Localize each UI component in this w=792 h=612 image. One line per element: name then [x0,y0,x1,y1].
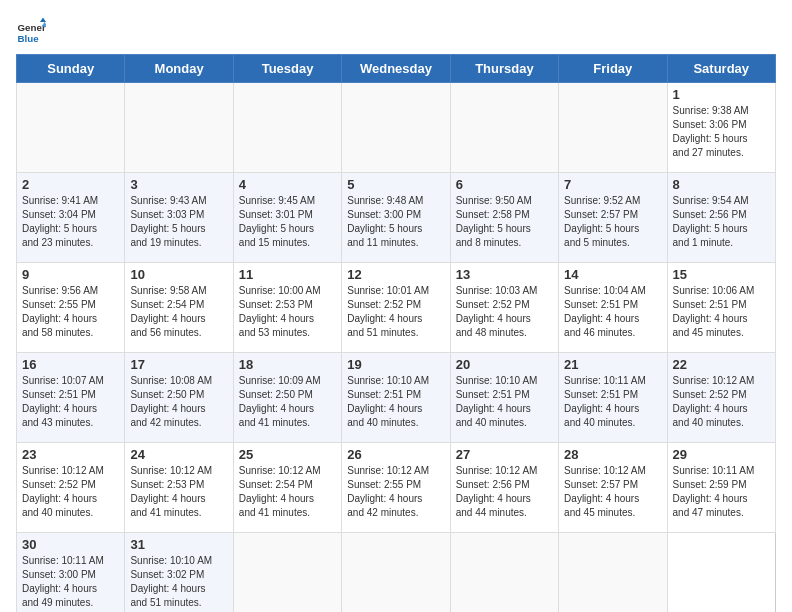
day-number: 8 [673,177,770,192]
day-info: Sunrise: 10:07 AM Sunset: 2:51 PM Daylig… [22,374,119,430]
day-info: Sunrise: 9:43 AM Sunset: 3:03 PM Dayligh… [130,194,227,250]
day-cell-20: 20Sunrise: 10:10 AM Sunset: 2:51 PM Dayl… [450,353,558,443]
day-cell-17: 17Sunrise: 10:08 AM Sunset: 2:50 PM Dayl… [125,353,233,443]
logo-icon: General Blue [16,16,46,46]
day-info: Sunrise: 10:03 AM Sunset: 2:52 PM Daylig… [456,284,553,340]
day-cell-14: 14Sunrise: 10:04 AM Sunset: 2:51 PM Dayl… [559,263,667,353]
day-number: 5 [347,177,444,192]
weekday-header-sunday: Sunday [17,55,125,83]
svg-text:Blue: Blue [18,33,40,44]
header: General Blue [16,16,776,46]
logo: General Blue [16,16,50,46]
day-number: 14 [564,267,661,282]
day-number: 30 [22,537,119,552]
day-cell-28: 28Sunrise: 10:12 AM Sunset: 2:57 PM Dayl… [559,443,667,533]
day-cell-23: 23Sunrise: 10:12 AM Sunset: 2:52 PM Dayl… [17,443,125,533]
day-cell-1: 1Sunrise: 9:38 AM Sunset: 3:06 PM Daylig… [667,83,775,173]
calendar-body: 1Sunrise: 9:38 AM Sunset: 3:06 PM Daylig… [17,83,776,613]
day-info: Sunrise: 10:10 AM Sunset: 3:02 PM Daylig… [130,554,227,610]
day-cell-26: 26Sunrise: 10:12 AM Sunset: 2:55 PM Dayl… [342,443,450,533]
empty-cell [17,83,125,173]
day-cell-19: 19Sunrise: 10:10 AM Sunset: 2:51 PM Dayl… [342,353,450,443]
day-info: Sunrise: 9:56 AM Sunset: 2:55 PM Dayligh… [22,284,119,340]
day-cell-30: 30Sunrise: 10:11 AM Sunset: 3:00 PM Dayl… [17,533,125,613]
day-number: 17 [130,357,227,372]
day-info: Sunrise: 10:09 AM Sunset: 2:50 PM Daylig… [239,374,336,430]
day-cell-4: 4Sunrise: 9:45 AM Sunset: 3:01 PM Daylig… [233,173,341,263]
day-number: 18 [239,357,336,372]
day-info: Sunrise: 10:04 AM Sunset: 2:51 PM Daylig… [564,284,661,340]
day-number: 6 [456,177,553,192]
day-info: Sunrise: 10:12 AM Sunset: 2:55 PM Daylig… [347,464,444,520]
day-number: 19 [347,357,444,372]
calendar-row-0: 1Sunrise: 9:38 AM Sunset: 3:06 PM Daylig… [17,83,776,173]
day-cell-18: 18Sunrise: 10:09 AM Sunset: 2:50 PM Dayl… [233,353,341,443]
day-number: 22 [673,357,770,372]
weekday-header-monday: Monday [125,55,233,83]
svg-text:General: General [18,22,47,33]
day-info: Sunrise: 10:11 AM Sunset: 2:51 PM Daylig… [564,374,661,430]
empty-cell [559,83,667,173]
day-cell-11: 11Sunrise: 10:00 AM Sunset: 2:53 PM Dayl… [233,263,341,353]
day-info: Sunrise: 9:38 AM Sunset: 3:06 PM Dayligh… [673,104,770,160]
day-number: 2 [22,177,119,192]
day-number: 31 [130,537,227,552]
day-cell-6: 6Sunrise: 9:50 AM Sunset: 2:58 PM Daylig… [450,173,558,263]
day-info: Sunrise: 9:58 AM Sunset: 2:54 PM Dayligh… [130,284,227,340]
day-info: Sunrise: 9:54 AM Sunset: 2:56 PM Dayligh… [673,194,770,250]
day-info: Sunrise: 9:50 AM Sunset: 2:58 PM Dayligh… [456,194,553,250]
day-cell-7: 7Sunrise: 9:52 AM Sunset: 2:57 PM Daylig… [559,173,667,263]
day-cell-12: 12Sunrise: 10:01 AM Sunset: 2:52 PM Dayl… [342,263,450,353]
day-cell-21: 21Sunrise: 10:11 AM Sunset: 2:51 PM Dayl… [559,353,667,443]
day-info: Sunrise: 10:11 AM Sunset: 2:59 PM Daylig… [673,464,770,520]
day-info: Sunrise: 10:11 AM Sunset: 3:00 PM Daylig… [22,554,119,610]
svg-marker-2 [40,18,46,23]
day-number: 21 [564,357,661,372]
calendar-table: SundayMondayTuesdayWednesdayThursdayFrid… [16,54,776,612]
day-info: Sunrise: 10:12 AM Sunset: 2:52 PM Daylig… [673,374,770,430]
empty-cell [233,533,341,613]
day-cell-29: 29Sunrise: 10:11 AM Sunset: 2:59 PM Dayl… [667,443,775,533]
day-cell-15: 15Sunrise: 10:06 AM Sunset: 2:51 PM Dayl… [667,263,775,353]
day-cell-3: 3Sunrise: 9:43 AM Sunset: 3:03 PM Daylig… [125,173,233,263]
day-info: Sunrise: 10:12 AM Sunset: 2:56 PM Daylig… [456,464,553,520]
day-cell-10: 10Sunrise: 9:58 AM Sunset: 2:54 PM Dayli… [125,263,233,353]
day-cell-22: 22Sunrise: 10:12 AM Sunset: 2:52 PM Dayl… [667,353,775,443]
empty-cell [342,533,450,613]
day-number: 20 [456,357,553,372]
day-cell-31: 31Sunrise: 10:10 AM Sunset: 3:02 PM Dayl… [125,533,233,613]
day-number: 26 [347,447,444,462]
day-cell-27: 27Sunrise: 10:12 AM Sunset: 2:56 PM Dayl… [450,443,558,533]
calendar-row-1: 2Sunrise: 9:41 AM Sunset: 3:04 PM Daylig… [17,173,776,263]
day-number: 11 [239,267,336,282]
calendar-row-2: 9Sunrise: 9:56 AM Sunset: 2:55 PM Daylig… [17,263,776,353]
calendar-row-3: 16Sunrise: 10:07 AM Sunset: 2:51 PM Dayl… [17,353,776,443]
day-info: Sunrise: 10:00 AM Sunset: 2:53 PM Daylig… [239,284,336,340]
day-cell-9: 9Sunrise: 9:56 AM Sunset: 2:55 PM Daylig… [17,263,125,353]
calendar-row-5: 30Sunrise: 10:11 AM Sunset: 3:00 PM Dayl… [17,533,776,613]
day-number: 9 [22,267,119,282]
day-info: Sunrise: 9:52 AM Sunset: 2:57 PM Dayligh… [564,194,661,250]
day-info: Sunrise: 10:10 AM Sunset: 2:51 PM Daylig… [347,374,444,430]
day-info: Sunrise: 10:01 AM Sunset: 2:52 PM Daylig… [347,284,444,340]
day-info: Sunrise: 10:10 AM Sunset: 2:51 PM Daylig… [456,374,553,430]
day-info: Sunrise: 10:12 AM Sunset: 2:57 PM Daylig… [564,464,661,520]
day-info: Sunrise: 10:06 AM Sunset: 2:51 PM Daylig… [673,284,770,340]
weekday-header-thursday: Thursday [450,55,558,83]
empty-cell [342,83,450,173]
empty-cell [233,83,341,173]
day-number: 4 [239,177,336,192]
day-number: 7 [564,177,661,192]
day-cell-24: 24Sunrise: 10:12 AM Sunset: 2:53 PM Dayl… [125,443,233,533]
day-number: 10 [130,267,227,282]
day-info: Sunrise: 10:12 AM Sunset: 2:52 PM Daylig… [22,464,119,520]
empty-cell [450,83,558,173]
empty-cell [125,83,233,173]
day-info: Sunrise: 10:12 AM Sunset: 2:54 PM Daylig… [239,464,336,520]
weekday-header-saturday: Saturday [667,55,775,83]
weekday-header-wednesday: Wednesday [342,55,450,83]
day-info: Sunrise: 9:41 AM Sunset: 3:04 PM Dayligh… [22,194,119,250]
day-number: 1 [673,87,770,102]
day-number: 27 [456,447,553,462]
weekday-header-tuesday: Tuesday [233,55,341,83]
